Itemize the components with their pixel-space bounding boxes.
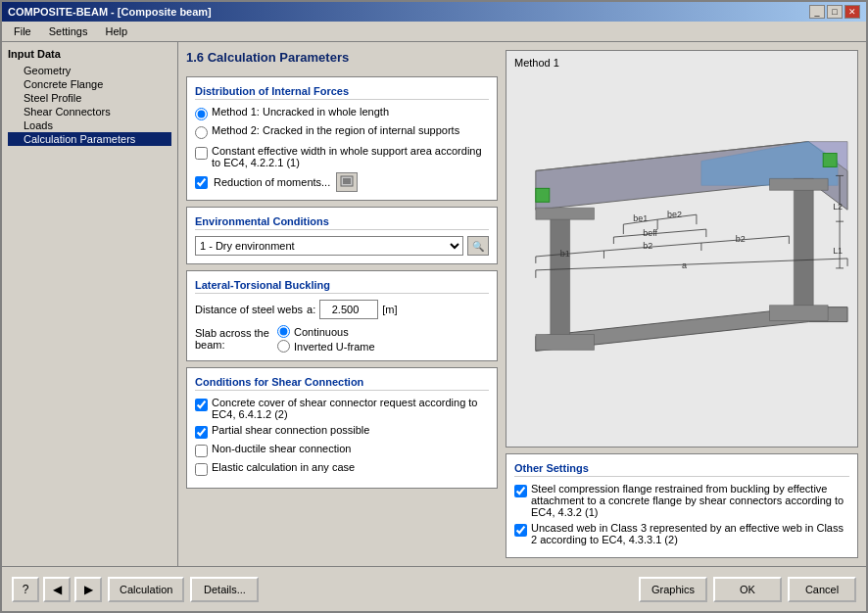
slab-uframe-label: Inverted U-frame (294, 341, 375, 353)
distance-input[interactable] (319, 300, 378, 319)
slab-row: Slab across the beam: Continuous Inverte… (195, 325, 489, 353)
reduction-label: Reduction of moments... (214, 176, 330, 188)
title-buttons: _ □ ✕ (809, 5, 860, 19)
unit-label: [m] (382, 304, 397, 315)
other-checkbox-2[interactable] (514, 524, 527, 537)
svg-text:be1: be1 (633, 213, 648, 223)
sidebar: Input Data Geometry Concrete Flange Stee… (2, 42, 178, 566)
svg-marker-12 (794, 178, 813, 306)
other-label-2: Uncased web in Class 3 represented by an… (531, 522, 849, 545)
menu-bar: File Settings Help (2, 22, 866, 42)
shear-label-1: Concrete cover of shear connector reques… (212, 397, 489, 420)
right-column: Method 1 (506, 50, 858, 558)
help-icon-button[interactable]: ? (12, 577, 39, 602)
left-column: 1.6 Calculation Parameters Distribution … (186, 50, 498, 558)
svg-rect-8 (536, 188, 550, 202)
constant-width-label: Constant effective width in whole suppor… (212, 145, 489, 168)
svg-marker-11 (551, 210, 570, 336)
main-panel: 1.6 Calculation Parameters Distribution … (178, 42, 866, 566)
sidebar-item-loads[interactable]: Loads (8, 118, 171, 132)
shear-option-1: Concrete cover of shear connector reques… (195, 397, 489, 420)
maximize-button[interactable]: □ (827, 5, 843, 19)
menu-file[interactable]: File (6, 24, 39, 39)
other-checkbox-1[interactable] (514, 485, 527, 497)
graphics-button[interactable]: Graphics (639, 577, 707, 602)
method2-label: Method 2: Cracked in the region of inter… (212, 124, 459, 136)
shear-option-4: Elastic calculation in any case (195, 461, 489, 476)
calculation-button[interactable]: Calculation (108, 577, 184, 602)
menu-help[interactable]: Help (97, 24, 135, 39)
other-settings-section: Other Settings Steel compression flange … (506, 453, 858, 558)
distribution-section: Distribution of Internal Forces Method 1… (186, 76, 498, 201)
method2-radio[interactable] (195, 126, 208, 139)
svg-marker-16 (770, 306, 829, 321)
slab-uframe-option: Inverted U-frame (277, 340, 375, 353)
title-bar: COMPOSITE-BEAM - [Composite beam] _ □ ✕ (2, 2, 866, 22)
shear-checkbox-3[interactable] (195, 445, 208, 457)
slab-continuous-option: Continuous (277, 325, 375, 338)
reduction-icon-button[interactable] (336, 172, 358, 192)
environmental-section: Environmental Conditions 1 - Dry environ… (186, 207, 498, 264)
minimize-button[interactable]: _ (809, 5, 825, 19)
svg-text:b2: b2 (643, 241, 652, 251)
beam-diagram: be1 be2 beff (506, 51, 857, 447)
a-label: a: (307, 304, 315, 315)
shear-label-2: Partial shear connection possible (212, 424, 369, 436)
svg-marker-13 (536, 208, 595, 219)
environment-search-button[interactable]: 🔍 (467, 236, 489, 256)
sidebar-item-calc-params[interactable]: Calculation Parameters (8, 132, 171, 146)
shear-label-4: Elastic calculation in any case (212, 461, 355, 473)
footer: ? ◀ ▶ Calculation Details... Graphics OK… (2, 566, 866, 611)
env-select-row: 1 - Dry environment 2 - Humid environmen… (195, 236, 489, 256)
reduction-row: Reduction of moments... (195, 172, 489, 192)
method1-radio[interactable] (195, 108, 208, 120)
environment-select[interactable]: 1 - Dry environment 2 - Humid environmen… (195, 236, 463, 256)
sidebar-item-geometry[interactable]: Geometry (8, 64, 171, 77)
shear-option-2: Partial shear connection possible (195, 424, 489, 439)
sidebar-title: Input Data (8, 48, 171, 60)
other-setting-2: Uncased web in Class 3 represented by an… (514, 522, 849, 545)
sidebar-item-concrete-flange[interactable]: Concrete Flange (8, 77, 171, 91)
slab-label: Slab across the beam: (195, 327, 273, 351)
cancel-button[interactable]: Cancel (788, 577, 856, 602)
main-window: COMPOSITE-BEAM - [Composite beam] _ □ ✕ … (0, 0, 868, 613)
shear-connection-title: Conditions for Shear Connection (195, 376, 489, 391)
slab-uframe-radio[interactable] (277, 340, 290, 353)
ltb-title: Lateral-Torsional Buckling (195, 279, 489, 294)
other-label-1: Steel compression flange restrained from… (531, 483, 849, 518)
environmental-title: Environmental Conditions (195, 215, 489, 230)
method1-option: Method 1: Uncracked in whole length (195, 106, 489, 120)
close-button[interactable]: ✕ (844, 5, 860, 19)
forward-icon-button[interactable]: ▶ (74, 577, 102, 602)
shear-checkbox-4[interactable] (195, 463, 208, 476)
other-setting-1: Steel compression flange restrained from… (514, 483, 849, 518)
window-title: COMPOSITE-BEAM - [Composite beam] (8, 6, 212, 18)
shear-checkbox-1[interactable] (195, 399, 208, 411)
footer-right-buttons: Graphics OK Cancel (639, 577, 856, 602)
sidebar-item-steel-profile[interactable]: Steel Profile (8, 91, 171, 105)
slab-continuous-radio[interactable] (277, 325, 290, 338)
sidebar-item-shear-connectors[interactable]: Shear Connectors (8, 105, 171, 118)
svg-rect-9 (823, 154, 837, 167)
shear-checkbox-2[interactable] (195, 426, 208, 439)
ok-button[interactable]: OK (713, 577, 782, 602)
steel-web-label: Distance of steel webs (195, 304, 303, 315)
diagram-box: Method 1 (506, 50, 858, 448)
slab-continuous-label: Continuous (294, 326, 349, 338)
reduction-checkbox[interactable] (195, 176, 208, 189)
svg-text:L1: L1 (833, 246, 843, 256)
svg-text:b2: b2 (736, 234, 746, 244)
distribution-radio-group: Method 1: Uncracked in whole length Meth… (195, 106, 489, 139)
svg-text:beff: beff (643, 228, 657, 238)
svg-marker-15 (536, 335, 595, 351)
slab-options: Continuous Inverted U-frame (277, 325, 375, 353)
back-icon-button[interactable]: ◀ (43, 577, 71, 602)
shear-connection-section: Conditions for Shear Connection Concrete… (186, 367, 498, 489)
shear-label-3: Non-ductile shear connection (212, 443, 351, 454)
menu-settings[interactable]: Settings (41, 24, 96, 39)
other-settings-title: Other Settings (514, 462, 849, 477)
constant-width-checkbox[interactable] (195, 147, 208, 160)
distribution-title: Distribution of Internal Forces (195, 85, 489, 100)
ltb-section: Lateral-Torsional Buckling Distance of s… (186, 270, 498, 361)
details-button[interactable]: Details... (190, 577, 259, 602)
